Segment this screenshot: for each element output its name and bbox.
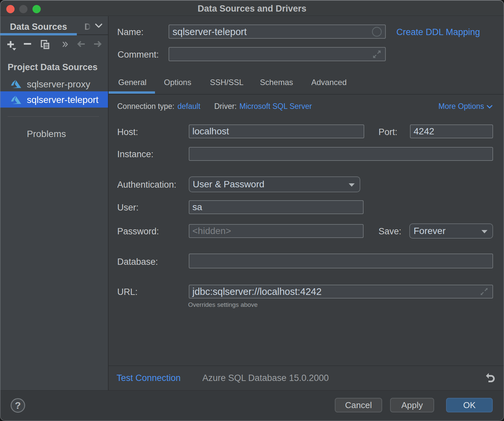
svg-text:?: ? (15, 400, 21, 411)
